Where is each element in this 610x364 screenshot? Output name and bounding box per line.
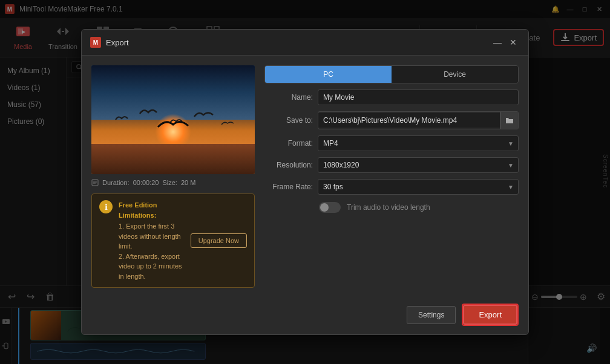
dialog-preview: Duration: 00:00:20 Size: 20 M ℹ Free Edi… xyxy=(91,65,255,288)
device-tabs: PC Device xyxy=(264,65,519,83)
trim-audio-row: Trim audio to video length xyxy=(264,201,519,214)
export-dialog: M Export — ✕ xyxy=(81,29,529,335)
format-select-wrapper: MP4 MOV AVI ▼ xyxy=(318,135,519,151)
trim-audio-label: Trim audio to video length xyxy=(347,203,430,212)
warning-title: Free Edition Limitations: xyxy=(119,200,185,220)
save-to-input[interactable] xyxy=(318,113,500,128)
frame-rate-select-wrapper: 30 fps 24 fps 60 fps ▼ xyxy=(318,179,519,195)
svg-rect-28 xyxy=(92,180,98,186)
toggle-knob xyxy=(320,203,329,212)
tab-pc[interactable]: PC xyxy=(265,66,392,83)
dialog-app-icon: M xyxy=(90,37,101,48)
dialog-window-controls: — ✕ xyxy=(491,36,520,49)
file-info: Duration: 00:00:20 Size: 20 M xyxy=(91,179,255,186)
trim-audio-toggle[interactable] xyxy=(319,202,341,213)
warning-box: ℹ Free Edition Limitations: 1. Export th… xyxy=(91,193,255,288)
duration-label: Duration: xyxy=(102,179,130,186)
frame-rate-label: Frame Rate: xyxy=(264,183,313,191)
frame-rate-select[interactable]: 30 fps 24 fps 60 fps xyxy=(318,179,519,195)
export-button[interactable]: Export xyxy=(463,305,517,325)
name-label: Name: xyxy=(264,93,313,102)
dialog-title-text: Export xyxy=(106,38,129,47)
save-to-input-group xyxy=(318,111,519,129)
warning-text: Free Edition Limitations: 1. Export the … xyxy=(119,200,185,281)
size-label: Size: xyxy=(162,179,177,186)
dialog-minimize-btn[interactable]: — xyxy=(491,36,504,49)
warning-line2: 2. Afterwards, export video up to 2 minu… xyxy=(119,252,185,282)
resolution-select[interactable]: 1080x1920 1920x1080 1280x720 xyxy=(318,157,519,173)
resolution-label: Resolution: xyxy=(264,161,313,169)
settings-button[interactable]: Settings xyxy=(407,306,456,324)
file-icon xyxy=(91,179,99,186)
water-reflection xyxy=(91,144,255,174)
browse-button[interactable] xyxy=(500,112,518,129)
modal-overlay: M Export — ✕ xyxy=(0,0,610,364)
resolution-select-wrapper: 1080x1920 1920x1080 1280x720 ▼ xyxy=(318,157,519,173)
save-to-label: Save to: xyxy=(264,116,313,125)
format-label: Format: xyxy=(264,139,313,148)
resolution-row: Resolution: 1080x1920 1920x1080 1280x720… xyxy=(264,157,519,173)
format-select[interactable]: MP4 MOV AVI xyxy=(318,135,519,151)
tab-device[interactable]: Device xyxy=(392,66,518,83)
dialog-title-left: M Export xyxy=(90,37,129,48)
dialog-body: Duration: 00:00:20 Size: 20 M ℹ Free Edi… xyxy=(82,56,528,297)
name-input[interactable] xyxy=(318,89,519,105)
size-value: 20 M xyxy=(181,179,195,186)
dialog-footer: Settings Export xyxy=(82,297,528,334)
dialog-title-bar: M Export — ✕ xyxy=(82,30,528,56)
preview-image xyxy=(91,65,255,174)
name-row: Name: xyxy=(264,89,519,105)
duration-value: 00:00:20 xyxy=(133,179,159,186)
folder-icon xyxy=(505,117,514,124)
dialog-close-btn[interactable]: ✕ xyxy=(507,36,520,49)
bird-silhouettes xyxy=(103,102,249,138)
save-to-row: Save to: xyxy=(264,111,519,129)
upgrade-now-button[interactable]: Upgrade Now xyxy=(191,233,247,248)
format-row: Format: MP4 MOV AVI ▼ xyxy=(264,135,519,151)
warning-line1: 1. Export the first 3 videos without len… xyxy=(119,221,185,252)
warning-icon: ℹ xyxy=(99,200,113,213)
dialog-settings: PC Device Name: Save to: xyxy=(264,65,519,288)
export-button-wrapper: Export xyxy=(462,304,519,326)
frame-rate-row: Frame Rate: 30 fps 24 fps 60 fps ▼ xyxy=(264,179,519,195)
